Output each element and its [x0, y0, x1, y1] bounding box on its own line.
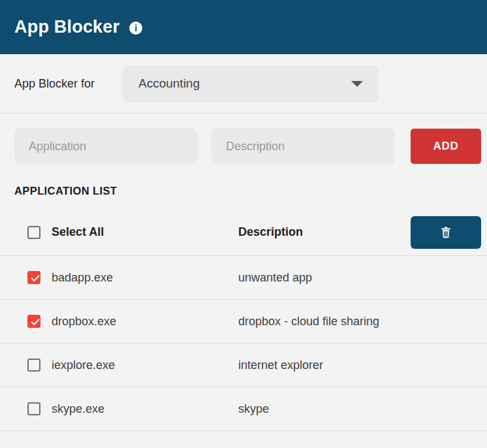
row-checkbox[interactable]	[27, 402, 40, 415]
page-title: App Blocker	[14, 17, 119, 37]
select-all-checkbox[interactable]	[27, 226, 40, 239]
add-application-form: ADD	[0, 128, 487, 165]
application-cell: skype.exe	[52, 402, 104, 416]
table-row: skype.exe skype	[0, 387, 487, 431]
policy-select-label: App Blocker for	[14, 77, 123, 91]
policy-select[interactable]: Accounting	[123, 65, 379, 103]
add-button[interactable]: ADD	[411, 129, 481, 164]
info-icon[interactable]: i	[129, 22, 142, 35]
application-cell: dropbox.exe	[52, 315, 116, 328]
table-row: dropbox.exe dropbox - cloud file sharing	[0, 300, 487, 344]
policy-select-value: Accounting	[138, 76, 200, 91]
policy-filter-section: App Blocker for Accounting	[0, 54, 487, 114]
application-cell: iexplore.exe	[52, 359, 115, 372]
delete-selected-button[interactable]	[411, 216, 481, 249]
description-cell: skype	[238, 402, 269, 415]
chevron-down-icon	[351, 81, 363, 87]
application-input[interactable]	[14, 128, 197, 165]
row-checkbox[interactable]	[27, 271, 40, 284]
description-cell: internet explorer	[238, 359, 323, 372]
description-cell: dropbox - cloud file sharing	[238, 315, 379, 328]
row-checkbox[interactable]	[27, 315, 40, 328]
application-cell: badapp.exe	[52, 271, 113, 285]
table-row: iexplore.exe internet explorer	[0, 344, 487, 387]
application-list-heading: APPLICATION LIST	[14, 185, 487, 197]
table-row: badapp.exe unwanted app	[0, 256, 487, 300]
description-input[interactable]	[212, 128, 395, 165]
table-header-row: Select All Description	[0, 209, 487, 256]
description-cell: unwanted app	[238, 271, 312, 284]
trash-icon	[439, 225, 453, 240]
app-header: App Blocker i	[0, 0, 487, 54]
select-all-label: Select All	[52, 225, 104, 239]
description-column-header: Description	[238, 225, 303, 238]
row-checkbox[interactable]	[27, 359, 40, 372]
